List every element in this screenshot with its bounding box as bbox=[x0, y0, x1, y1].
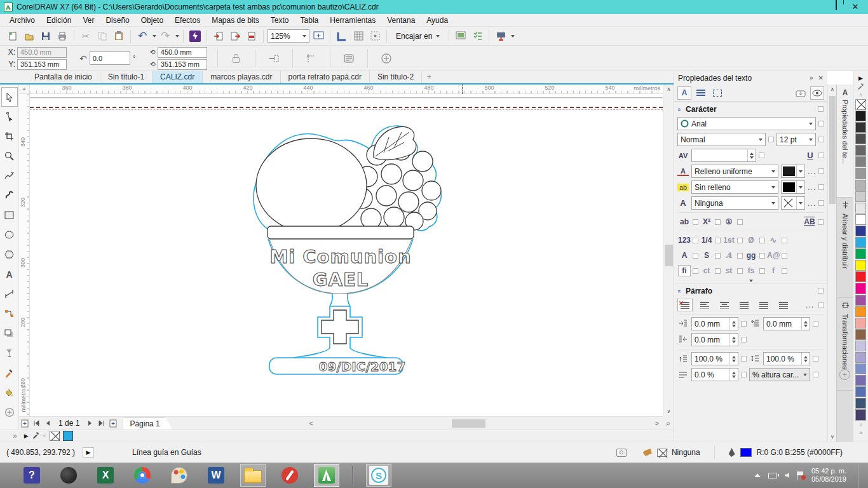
paste-icon[interactable] bbox=[111, 29, 126, 44]
quick-zoom-icon[interactable]: ⌕ bbox=[663, 416, 674, 430]
color-eyedropper-tool[interactable] bbox=[1, 363, 18, 383]
ot-stylistic-set-checkbox[interactable] bbox=[715, 253, 721, 259]
indent-right-checkbox[interactable] bbox=[741, 337, 747, 342]
lock-guideline-icon[interactable] bbox=[228, 50, 245, 67]
color-swatch[interactable] bbox=[855, 203, 866, 214]
scroll-up-icon[interactable]: ∧ bbox=[663, 85, 674, 94]
color-swatch[interactable] bbox=[855, 341, 866, 351]
indent-left-checkbox[interactable] bbox=[741, 321, 747, 327]
menu-objeto[interactable]: Objeto bbox=[135, 14, 169, 27]
guideline-y-field[interactable]: 351.153 mm bbox=[158, 59, 207, 70]
taskbar-excel-app[interactable]: X bbox=[93, 464, 118, 487]
color-none-swatch[interactable] bbox=[855, 99, 866, 110]
ot-position-button[interactable]: X² bbox=[700, 216, 713, 227]
menu-texto[interactable]: Texto bbox=[265, 14, 295, 27]
redo-icon[interactable]: ↷ bbox=[158, 29, 173, 44]
battery-icon[interactable] bbox=[768, 473, 777, 478]
color-swatch[interactable] bbox=[855, 237, 866, 248]
vertical-ruler[interactable]: 340 320 300 280 260 milímetros bbox=[19, 94, 30, 416]
import-icon[interactable] bbox=[211, 29, 226, 44]
color-swatch[interactable] bbox=[855, 133, 866, 144]
proof-colors-icon[interactable] bbox=[616, 449, 627, 457]
font-style-select[interactable]: Normal bbox=[677, 133, 766, 146]
taskbar-chrome-app[interactable] bbox=[130, 464, 155, 487]
spacing-before-checkbox[interactable] bbox=[741, 356, 747, 362]
ot-historical-checkbox[interactable] bbox=[782, 268, 787, 274]
color-swatch[interactable] bbox=[855, 409, 866, 420]
align-none-button[interactable]: ✕ bbox=[677, 299, 693, 311]
align-checkbox[interactable] bbox=[818, 302, 824, 308]
ot-stylistic-alt-checkbox[interactable] bbox=[693, 253, 698, 259]
copy-icon[interactable] bbox=[95, 29, 110, 44]
color-swatch[interactable] bbox=[855, 295, 866, 306]
first-page-icon[interactable] bbox=[31, 417, 42, 429]
launcher-dropdown-icon[interactable] bbox=[511, 35, 515, 37]
background-settings-button[interactable]: ... bbox=[808, 183, 816, 192]
horizontal-guideline-selected[interactable] bbox=[30, 107, 663, 108]
interactive-fill-tool[interactable] bbox=[1, 383, 18, 402]
ot-enclosed-button[interactable]: ① bbox=[722, 216, 735, 227]
horizontal-scrollbar[interactable] bbox=[326, 418, 651, 429]
indent-right-field[interactable]: 0.0 mm bbox=[691, 333, 738, 346]
ot-figures-checkbox[interactable] bbox=[693, 238, 698, 243]
background-checkbox[interactable] bbox=[818, 184, 824, 190]
color-swatch[interactable] bbox=[855, 191, 866, 202]
ot-caps-checkbox[interactable] bbox=[693, 219, 698, 225]
ot-ctx-ligatures-button[interactable]: fs bbox=[745, 265, 757, 276]
color-swatch[interactable] bbox=[855, 226, 866, 236]
ot-stylistic-alt-button[interactable]: A bbox=[678, 250, 691, 261]
color-swatch[interactable] bbox=[855, 168, 866, 179]
outline-width-select[interactable]: Ninguna bbox=[691, 196, 778, 210]
menu-ver[interactable]: Ver bbox=[77, 14, 100, 27]
ot-disc-ligatures-button[interactable]: ct bbox=[700, 265, 713, 276]
parrafo-collapse-icon[interactable]: « bbox=[676, 289, 682, 292]
font-family-checkbox[interactable] bbox=[818, 121, 824, 126]
redo-dropdown-icon[interactable] bbox=[175, 35, 179, 37]
background-color-picker[interactable] bbox=[781, 180, 805, 194]
spacing-unit-select[interactable]: % altura car... bbox=[749, 368, 810, 381]
crop-tool[interactable] bbox=[1, 126, 18, 146]
taskbar-word-app[interactable]: W bbox=[203, 464, 229, 487]
doc-palette-cyan-swatch[interactable] bbox=[63, 431, 73, 441]
color-swatch[interactable] bbox=[855, 398, 866, 409]
show-grid-icon[interactable] bbox=[351, 29, 366, 44]
zoom-tool[interactable] bbox=[1, 146, 18, 166]
docker-tab-text-properties[interactable]: A Propiedades del te... bbox=[837, 85, 853, 198]
docker-scroll-up-icon[interactable]: ∧ bbox=[828, 85, 837, 94]
outline-checkbox[interactable] bbox=[818, 200, 824, 206]
fill-color-picker[interactable] bbox=[781, 165, 805, 178]
char-spacing-field[interactable]: 0.0 % bbox=[691, 368, 738, 381]
ot-enclosed-checkbox[interactable] bbox=[737, 219, 743, 225]
docker-close-icon[interactable]: ✕ bbox=[818, 74, 824, 81]
ot-capspacing-button[interactable]: AB bbox=[803, 216, 816, 227]
ot-alternates-button[interactable]: gg bbox=[745, 250, 757, 261]
color-swatch[interactable] bbox=[855, 111, 866, 121]
ellipse-tool[interactable] bbox=[1, 225, 18, 245]
palette-scroll-up-icon[interactable]: ∧ bbox=[858, 90, 863, 98]
palette-scroll-down-icon[interactable]: ∨ bbox=[858, 421, 863, 429]
restore-button[interactable] bbox=[831, 1, 841, 13]
fill-type-select[interactable]: Relleno uniforme bbox=[691, 165, 778, 178]
ot-hist-ligatures-button[interactable]: st bbox=[722, 265, 735, 276]
preset-guideline-icon[interactable] bbox=[303, 50, 320, 67]
palette-expand-icon[interactable]: » bbox=[859, 429, 862, 437]
toolbox-add-button[interactable] bbox=[1, 402, 18, 422]
new-tab-button[interactable]: + bbox=[422, 71, 436, 83]
color-swatch[interactable] bbox=[855, 214, 866, 225]
ot-slashedzero-checkbox[interactable] bbox=[759, 238, 765, 243]
ot-fractions-checkbox[interactable] bbox=[715, 238, 721, 243]
connector-tool[interactable] bbox=[1, 304, 18, 323]
ot-slashedzero-button[interactable]: Ø bbox=[745, 234, 757, 246]
h-scroll-right-icon[interactable]: > bbox=[651, 417, 663, 429]
ot-contextual-button[interactable]: A@ bbox=[767, 250, 780, 261]
indent-left-field[interactable]: 0.0 mm bbox=[691, 317, 738, 330]
fullscreen-preview-icon[interactable] bbox=[311, 29, 326, 44]
ot-swash-checkbox[interactable] bbox=[782, 238, 787, 243]
underline-checkbox[interactable] bbox=[818, 152, 824, 158]
align-justify-button[interactable] bbox=[756, 299, 771, 311]
rotation-field[interactable]: 0.0 bbox=[90, 51, 130, 65]
docker-scrollbar[interactable]: ∧ ∨ bbox=[827, 85, 836, 442]
color-swatch[interactable] bbox=[855, 352, 866, 363]
taskbar-clock[interactable]: 05:42 p. m. 05/08/2019 bbox=[811, 467, 846, 484]
y-position-field[interactable]: 351.153 mm bbox=[17, 59, 67, 70]
